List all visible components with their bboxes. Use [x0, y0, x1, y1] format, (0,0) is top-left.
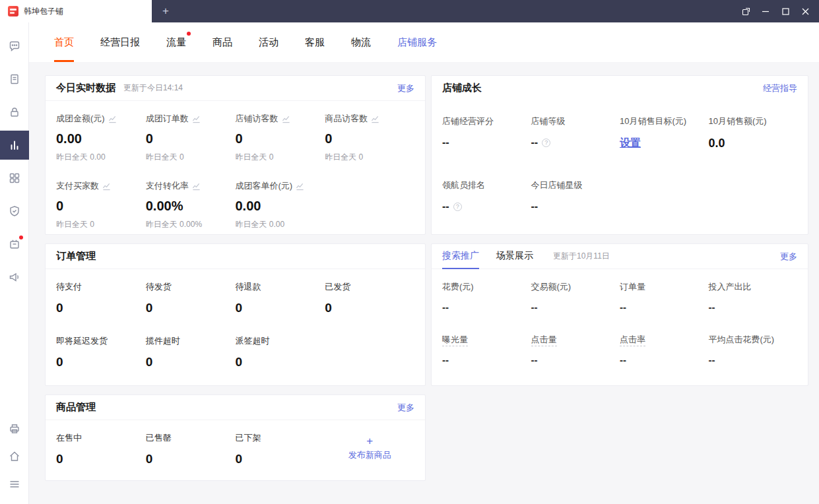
- tab-activities[interactable]: 活动: [259, 22, 278, 62]
- sidebar-bottom-group: [0, 416, 29, 497]
- growth-navigator-rank: 领航员排名 --?: [442, 179, 531, 212]
- minimize-button[interactable]: [756, 0, 775, 22]
- tab-customer-service[interactable]: 客服: [305, 22, 325, 62]
- order-stat-shipped[interactable]: 已发货 0: [325, 281, 414, 315]
- order-stat-refund-pending[interactable]: 待退款 0: [236, 281, 325, 315]
- order-stat-pending-payment[interactable]: 待支付 0: [56, 281, 146, 315]
- product-stat-on-sale[interactable]: 在售中 0: [56, 432, 146, 466]
- business-guidance-link[interactable]: 经营指导: [763, 82, 797, 94]
- new-tab-button[interactable]: +: [152, 0, 180, 22]
- trend-icon[interactable]: [108, 115, 117, 123]
- store-growth-card: 店铺成长 经营指导 店铺经营评分 -- 店铺等级 --?: [431, 75, 808, 235]
- document-icon[interactable]: [0, 65, 29, 94]
- window-controls: [736, 0, 819, 22]
- promo-stat-ctr: 点击率 --: [620, 334, 709, 365]
- lock-icon[interactable]: [0, 98, 29, 127]
- trend-icon[interactable]: [192, 115, 201, 123]
- home-icon[interactable]: [0, 443, 29, 470]
- trend-icon[interactable]: [192, 182, 201, 191]
- promo-stat-clicks: 点击量 --: [531, 334, 620, 365]
- dashboard-chart-icon[interactable]: [0, 131, 29, 160]
- tab-home[interactable]: 首页: [54, 22, 74, 62]
- help-icon[interactable]: ?: [542, 139, 550, 147]
- content: 今日实时数据 更新于今日14:14 更多 成团金额(元) 0.00 昨日全天 0…: [29, 62, 819, 504]
- tab-search-promotion[interactable]: 搜索推广: [442, 244, 479, 269]
- plus-icon: +: [366, 435, 373, 447]
- promo-stat-order-volume: 订单量 --: [620, 281, 709, 313]
- promotion-more-link[interactable]: 更多: [780, 251, 797, 263]
- order-stat-delay-risk[interactable]: 即将延迟发货 0: [56, 335, 146, 369]
- product-stat-removed[interactable]: 已下架 0: [236, 432, 325, 466]
- menu-icon[interactable]: [0, 471, 29, 497]
- trend-icon[interactable]: [102, 182, 111, 191]
- order-stat-delivery-timeout[interactable]: 派签超时 0: [236, 335, 325, 369]
- tab-daily-report[interactable]: 经营日报: [100, 22, 140, 62]
- promotion-card: 搜索推广 场景展示 更新于10月11日 更多 花费(元) --: [431, 243, 808, 386]
- printer-icon[interactable]: [0, 416, 29, 442]
- realtime-data-card: 今日实时数据 更新于今日14:14 更多 成团金额(元) 0.00 昨日全天 0…: [45, 75, 426, 235]
- tab-title: 韩坤包子铺: [24, 6, 63, 17]
- app-tab[interactable]: 韩坤包子铺: [0, 0, 152, 22]
- promo-stat-transactions: 交易额(元) --: [531, 281, 620, 313]
- order-stat-to-ship[interactable]: 待发货 0: [146, 281, 236, 315]
- tab-logistics[interactable]: 物流: [351, 22, 371, 62]
- notification-dot: [19, 236, 23, 239]
- help-icon[interactable]: ?: [453, 203, 462, 211]
- tab-traffic[interactable]: 流量: [166, 22, 186, 62]
- top-nav: 首页 经营日报 流量 商品 活动 客服 物流 店铺服务: [29, 22, 819, 62]
- realtime-card-title: 今日实时数据: [56, 82, 115, 94]
- promo-stat-spend: 花费(元) --: [442, 281, 531, 313]
- promotion-tabs: 搜索推广 场景展示: [442, 244, 533, 269]
- metric-group-orders: 成团订单数 0 昨日全天 0: [146, 113, 236, 163]
- growth-store-score: 店铺经营评分 --: [442, 115, 531, 150]
- set-sales-target-link[interactable]: 设置: [620, 137, 709, 150]
- realtime-updated-text: 更新于今日14:14: [123, 82, 183, 94]
- maximize-button[interactable]: [775, 0, 795, 22]
- product-management-card: 商品管理 更多 在售中 0 已售罄 0: [45, 394, 426, 481]
- growth-sales-target: 10月销售目标(元) 设置: [620, 115, 709, 150]
- close-button[interactable]: [795, 0, 815, 22]
- promo-stat-avg-cpc: 平均点击花费(元) --: [709, 334, 798, 365]
- growth-store-level: 店铺等级 --?: [531, 115, 620, 150]
- tab-products[interactable]: 商品: [213, 22, 232, 62]
- app-logo-icon: [8, 6, 18, 16]
- metric-store-visitors: 店铺访客数 0 昨日全天 0: [236, 113, 325, 163]
- publish-new-product-button[interactable]: + 发布新商品: [325, 429, 414, 466]
- growth-monthly-sales: 10月销售额(元) 0.0: [709, 115, 798, 150]
- growth-card-title: 店铺成长: [442, 82, 482, 94]
- realtime-more-link[interactable]: 更多: [397, 82, 414, 94]
- metric-conversion-rate: 支付转化率 0.00% 昨日全天 0.00%: [146, 180, 236, 230]
- product-stat-sold-out[interactable]: 已售罄 0: [146, 432, 236, 466]
- apps-grid-icon[interactable]: [0, 164, 29, 193]
- metric-product-visitors: 商品访客数 0 昨日全天 0: [325, 113, 414, 163]
- titlebar: 韩坤包子铺 +: [0, 0, 819, 22]
- shield-icon[interactable]: [0, 197, 29, 226]
- metric-avg-order-value: 成团客单价(元) 0.00 昨日全天 0.00: [236, 180, 325, 230]
- trend-icon[interactable]: [371, 115, 379, 123]
- tab-scene-display[interactable]: 场景展示: [496, 244, 533, 269]
- sidebar: [0, 22, 29, 504]
- orders-card-title: 订单管理: [56, 250, 96, 263]
- order-stat-pickup-timeout[interactable]: 揽件超时 0: [146, 335, 236, 369]
- growth-store-star: 今日店铺星级 --: [531, 179, 620, 212]
- messages-icon[interactable]: [0, 32, 29, 61]
- products-card-title: 商品管理: [56, 401, 96, 414]
- pin-window-icon[interactable]: [736, 0, 756, 22]
- products-more-link[interactable]: 更多: [397, 402, 414, 414]
- main-area: 首页 经营日报 流量 商品 活动 客服 物流 店铺服务 今日实时数据 更新于今: [29, 22, 819, 504]
- promotion-updated-text: 更新于10月11日: [553, 251, 610, 262]
- promo-stat-roi: 投入产出比 --: [709, 281, 798, 313]
- order-management-card: 订单管理 待支付 0 待发货 0 待退: [45, 243, 426, 386]
- trend-icon[interactable]: [282, 115, 290, 123]
- traffic-badge-dot: [187, 32, 191, 36]
- metric-paying-buyers: 支付买家数 0 昨日全天 0: [56, 180, 146, 230]
- tab-store-service[interactable]: 店铺服务: [397, 22, 437, 62]
- app-window: 韩坤包子铺 +: [0, 0, 819, 504]
- promo-stat-impressions: 曝光量 --: [442, 334, 531, 365]
- megaphone-icon[interactable]: [0, 263, 29, 292]
- plugin-icon[interactable]: [0, 230, 29, 259]
- metric-group-amount: 成团金额(元) 0.00 昨日全天 0.00: [56, 113, 146, 163]
- trend-icon[interactable]: [296, 182, 304, 191]
